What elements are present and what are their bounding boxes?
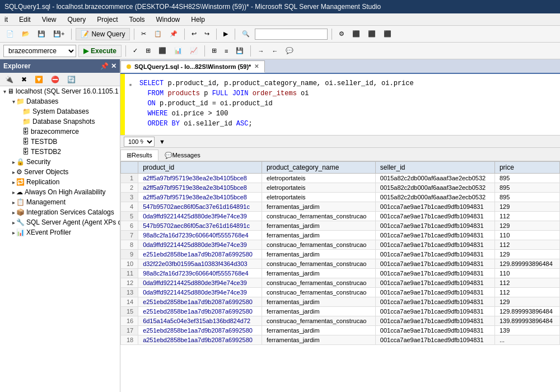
table-row[interactable]: 166d15a14a5c04e3ef315ab136bd824d72constr…: [121, 316, 560, 326]
table-row[interactable]: 3a2ff5a97bf95719e38ea2e3b4105bce8eletrop…: [121, 193, 560, 202]
code-content[interactable]: SELECT p.product_id, p.product_category_…: [136, 78, 558, 130]
toolbar-saveall[interactable]: 💾+: [50, 28, 67, 40]
menu-view[interactable]: View: [40, 15, 59, 25]
tree-item-13[interactable]: ▸🔧SQL Server Agent (Agent XPs disabled): [0, 217, 120, 227]
menu-help[interactable]: Help: [189, 15, 207, 25]
new-query-button[interactable]: 📝 New Query: [76, 28, 130, 40]
tree-item-12[interactable]: ▸📦Integration Services Catalogs: [0, 207, 120, 217]
tree-item-3[interactable]: 📁Database Snapshots: [0, 116, 120, 127]
toolbar-results-to-grid[interactable]: ⊞: [209, 45, 220, 57]
table-row[interactable]: 1198a8c2fa16d7239c606640f5555768e4ferram…: [121, 269, 560, 278]
toolbar-open[interactable]: 📂: [19, 28, 32, 40]
table-row[interactable]: 2a2ff5a97bf95719e38ea2e3b4105bce8eletrop…: [121, 183, 560, 193]
table-row[interactable]: 14e251ebd2858be1aa7d9b2087a6992580ferram…: [121, 297, 560, 307]
toolbar-search[interactable]: 🔍: [239, 28, 253, 40]
toolbar-stats[interactable]: 📈: [187, 45, 200, 57]
toolbar-redo[interactable]: ↪: [202, 28, 212, 40]
sep1: [71, 29, 72, 40]
col-header-category: product_category_name: [262, 162, 375, 174]
toolbar-copy[interactable]: 📋: [151, 28, 165, 40]
explorer-filter[interactable]: 🔽: [32, 73, 46, 86]
tree-arrow-14: ▸: [12, 230, 15, 236]
tree-item-5[interactable]: 🗄TESTDB: [0, 137, 120, 147]
explorer-disconnect[interactable]: ✖: [18, 73, 30, 86]
tree-item-2[interactable]: 📁System Databases: [0, 106, 120, 116]
results-container[interactable]: product_id product_category_name seller_…: [120, 161, 560, 392]
table-row[interactable]: 50da9ffd92214425d880de3f94e74ce39constru…: [121, 212, 560, 221]
tree-item-7[interactable]: ▸🔒Security: [0, 157, 120, 167]
table-row[interactable]: 1a2ff5a97bf95719e38ea2e3b4105bce8eletrop…: [121, 174, 560, 183]
tree-item-8[interactable]: ▸⚙Server Objects: [0, 167, 120, 177]
sep3: [184, 29, 185, 40]
menu-tools[interactable]: Tools: [127, 15, 147, 25]
explorer-close[interactable]: ✕: [111, 62, 116, 70]
tab-close-button[interactable]: ✕: [254, 63, 259, 69]
table-row[interactable]: 17e251ebd2858be1aa7d9b2087a6992580ferram…: [121, 326, 560, 335]
tree-item-1[interactable]: ▾📁Databases: [0, 96, 120, 106]
table-row[interactable]: 120da9ffd92214425d880de3f94e74ce39constr…: [121, 278, 560, 288]
database-dropdown[interactable]: brazecommerce: [3, 45, 76, 57]
search-input[interactable]: [255, 29, 328, 40]
toolbar-comment[interactable]: 💬: [283, 45, 296, 57]
toolbar-more2[interactable]: ⬛: [365, 28, 379, 40]
toolbar-grid[interactable]: ⊞: [143, 45, 153, 57]
tree-item-9[interactable]: ▸🔁Replication: [0, 177, 120, 187]
menu-window[interactable]: Window: [154, 15, 183, 25]
toolbar-debug[interactable]: ▶: [221, 28, 231, 40]
row-num-10: 11: [121, 269, 138, 278]
toolbar-paste[interactable]: 📌: [167, 28, 180, 40]
toolbar-results-to-file[interactable]: 💾: [233, 45, 246, 57]
toolbar-outdent[interactable]: ←: [269, 45, 281, 57]
col-header-price: price: [494, 162, 559, 174]
menu-project[interactable]: Project: [95, 15, 120, 25]
table-row[interactable]: 10d32f22e03fb01595aa10383f4364d303constr…: [121, 259, 560, 269]
toolbar-parse[interactable]: ✓: [130, 45, 141, 57]
table-row[interactable]: 798a8c2fa16d7239c606640f5555768e4ferrame…: [121, 231, 560, 240]
tree-item-11[interactable]: ▸📋Management: [0, 197, 120, 207]
tab-messages[interactable]: 💬 Messages: [158, 150, 207, 161]
explorer-refresh[interactable]: 🔄: [64, 73, 78, 86]
toolbar-results-to-text[interactable]: ≡: [222, 45, 231, 57]
table-row[interactable]: 4547b95702aec86f05ac37e61d164891cferrame…: [121, 202, 560, 212]
tab-results[interactable]: ⊞ Results: [120, 150, 158, 161]
table-row[interactable]: 18a251ebd2858be1aa7d9b2087a6992580ferram…: [121, 335, 560, 345]
tree-item-0[interactable]: ▾🖥localhost (SQL Server 16.0.1105.1 - DE…: [0, 86, 120, 96]
cell-category-6: ferramentas_jardim: [262, 231, 375, 240]
tree-item-14[interactable]: ▸📊XEvent Profiler: [0, 227, 120, 237]
tree-item-10[interactable]: ▸☁Always On High Availability: [0, 187, 120, 197]
sql-editor[interactable]: ▪ SELECT p.product_id, p.product_categor…: [120, 74, 560, 136]
cell-price-16: 139: [494, 326, 559, 335]
toolbar-undo[interactable]: ↩: [189, 28, 199, 40]
table-row[interactable]: 130da9ffd92214425d880de3f94e74ce39constr…: [121, 288, 560, 297]
cell-product-id-4: 0da9ffd92214425d880de3f94e74ce39: [138, 212, 262, 221]
table-row[interactable]: 15e251ebd2858be1aa7d9b2087a6992580ferram…: [121, 307, 560, 316]
toolbar-include-plan[interactable]: 📊: [171, 45, 185, 57]
table-row[interactable]: 9e251ebd2858be1aa7d9b2087a6992580ferrame…: [121, 250, 560, 259]
toolbar-indent[interactable]: →: [255, 45, 267, 57]
explorer-pin[interactable]: 📌: [100, 62, 109, 70]
toolbar-more1[interactable]: ⬛: [349, 28, 363, 40]
menu-query[interactable]: Query: [65, 15, 88, 25]
zoom-select[interactable]: 100 % 75 % 125 % 150 % 50 %: [124, 137, 155, 147]
tree-item-6[interactable]: 🗄TESTDB2: [0, 147, 120, 157]
explorer-connect[interactable]: 🔌: [2, 73, 16, 86]
execute-button[interactable]: ▶ Execute: [78, 45, 122, 57]
menu-edit[interactable]: Edit: [17, 15, 33, 25]
table-row[interactable]: 6547b95702aec86f05ac37e61d164891cferrame…: [121, 221, 560, 231]
table-row[interactable]: 80da9ffd92214425d880de3f94e74ce39constru…: [121, 240, 560, 250]
tree-arrow-13: ▸: [12, 220, 15, 226]
collapse-button[interactable]: ▪: [127, 80, 134, 90]
toolbar-new[interactable]: 📄: [3, 28, 17, 40]
toolbar-settings[interactable]: ⚙: [336, 28, 347, 40]
code-line-5: ORDER BY oi.seller_id ASC;: [139, 119, 554, 129]
toolbar-stop[interactable]: ⬛: [156, 45, 169, 57]
toolbar-cut[interactable]: ✂: [138, 28, 149, 40]
cell-product-id-11: 0da9ffd92214425d880de3f94e74ce39: [138, 278, 262, 288]
toolbar-save[interactable]: 💾: [35, 28, 48, 40]
tree-item-4[interactable]: 🗄brazecommerce: [0, 127, 120, 137]
toolbar-more3[interactable]: ⬛: [381, 28, 394, 40]
explorer-stop[interactable]: ⛔: [48, 73, 62, 86]
menu-it[interactable]: it: [2, 15, 10, 25]
tree-icon-7: 🔒: [16, 158, 25, 166]
sql-query-tab[interactable]: SQLQuery1.sql - lo...82S\Winstorm (59)* …: [120, 60, 265, 73]
